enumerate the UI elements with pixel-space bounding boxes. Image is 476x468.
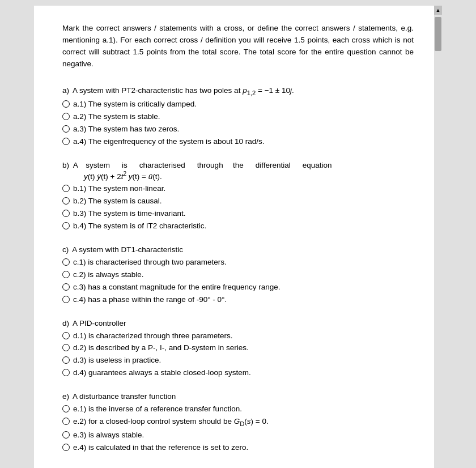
section-c: c) A system with DT1-characteristic c.1)… bbox=[62, 245, 414, 305]
option-circle-e3[interactable] bbox=[62, 431, 70, 439]
option-a4: a.4) The eigenfrequency of the system is… bbox=[62, 137, 414, 147]
option-circle-c1[interactable] bbox=[62, 258, 70, 266]
option-e2: e.2) for a closed-loop control system sh… bbox=[62, 416, 414, 428]
section-b: b) A system is characterised through the… bbox=[62, 161, 414, 232]
option-text-c1: c.1) is characterised through two parame… bbox=[73, 257, 227, 268]
option-text-d3: d.3) is useless in practice. bbox=[73, 355, 161, 366]
section-d-title-text: A PID-controller bbox=[73, 319, 126, 327]
option-e3: e.3) is always stable. bbox=[62, 430, 414, 441]
option-circle-d4[interactable] bbox=[62, 369, 70, 376]
section-c-label: c) bbox=[62, 245, 69, 254]
option-circle-c4[interactable] bbox=[62, 296, 70, 303]
option-text-e3: e.3) is always stable. bbox=[73, 430, 144, 441]
option-text-e1: e.1) is the inverse of a reference trans… bbox=[73, 404, 242, 415]
option-text-e4: e.4) is calculated in that the reference… bbox=[73, 443, 248, 453]
section-c-title-text: A system with DT1-characteristic bbox=[72, 245, 183, 254]
section-e-title: e) A disturbance transfer function bbox=[62, 392, 414, 401]
section-a-label: a) bbox=[62, 86, 69, 95]
section-b-label: b) A bbox=[62, 161, 78, 169]
section-e: e) A disturbance transfer function e.1) … bbox=[62, 392, 414, 453]
section-b-word-the: the bbox=[227, 161, 244, 169]
option-b1: b.1) The system non-linear. bbox=[62, 184, 414, 194]
scrollbar[interactable]: ▲ bbox=[434, 6, 442, 468]
option-circle-b1[interactable] bbox=[62, 185, 70, 192]
option-text-d2: d.2) is described by a P-, I-, and D-sys… bbox=[73, 343, 249, 354]
option-text-b2: b.2) The system is causal. bbox=[73, 196, 162, 207]
scroll-up-arrow[interactable]: ▲ bbox=[434, 6, 442, 15]
section-d: d) A PID-controller d.1) is characterize… bbox=[62, 319, 414, 379]
option-b3: b.3) The system is time-invariant. bbox=[62, 209, 414, 219]
option-circle-c3[interactable] bbox=[62, 283, 70, 291]
option-circle-e1[interactable] bbox=[62, 405, 70, 412]
option-circle-b3[interactable] bbox=[62, 210, 70, 217]
option-text-a4: a.4) The eigenfrequency of the system is… bbox=[73, 137, 264, 147]
option-d1: d.1) is characterized through three para… bbox=[62, 331, 414, 342]
option-circle-b2[interactable] bbox=[62, 197, 70, 205]
option-text-a1: a.1) The system is critically damped. bbox=[73, 99, 197, 110]
page-container: Mark the correct answers / statements wi… bbox=[34, 6, 442, 468]
section-b-word-differential: differential bbox=[247, 161, 291, 169]
option-text-c2: c.2) is always stable. bbox=[73, 270, 144, 280]
option-d3: d.3) is useless in practice. bbox=[62, 355, 414, 366]
option-c4: c.4) has a phase within the range of -90… bbox=[62, 295, 414, 305]
option-circle-a2[interactable] bbox=[62, 113, 70, 120]
section-b-word-is: is bbox=[113, 161, 128, 169]
option-circle-c2[interactable] bbox=[62, 271, 70, 278]
section-e-title-text: A disturbance transfer function bbox=[73, 392, 176, 401]
scroll-thumb[interactable] bbox=[435, 17, 441, 51]
option-text-d4: d.4) guarantees always a stable closed-l… bbox=[73, 368, 251, 378]
option-d2: d.2) is described by a P-, I-, and D-sys… bbox=[62, 343, 414, 354]
option-circle-b4[interactable] bbox=[62, 222, 70, 229]
option-circle-e4[interactable] bbox=[62, 444, 70, 451]
option-circle-d3[interactable] bbox=[62, 356, 70, 364]
option-text-b1: b.1) The system non-linear. bbox=[73, 184, 165, 194]
option-e4: e.4) is calculated in that the reference… bbox=[62, 443, 414, 453]
section-a: a) A system with PT2-characteristic has … bbox=[62, 86, 414, 147]
option-b4: b.4) The system is of IT2 characteristic… bbox=[62, 221, 414, 232]
option-circle-a4[interactable] bbox=[62, 138, 70, 145]
option-a3: a.3) The system has two zeros. bbox=[62, 124, 414, 135]
option-c2: c.2) is always stable. bbox=[62, 270, 414, 280]
instructions-text: Mark the correct answers / statements wi… bbox=[62, 23, 414, 70]
option-circle-d2[interactable] bbox=[62, 344, 70, 351]
option-text-b4: b.4) The system is of IT2 characteristic… bbox=[73, 221, 206, 232]
option-circle-a1[interactable] bbox=[62, 100, 70, 108]
section-d-label: d) bbox=[62, 319, 69, 327]
section-b-word-system: system bbox=[82, 161, 110, 169]
option-a2: a.2) The system is stable. bbox=[62, 112, 414, 122]
section-a-title-text: A system with PT2-characteristic has two… bbox=[73, 86, 294, 96]
option-text-a2: a.2) The system is stable. bbox=[73, 112, 160, 122]
section-b-word-through: through bbox=[189, 161, 223, 169]
option-circle-e2[interactable] bbox=[62, 418, 70, 425]
option-text-a3: a.3) The system has two zeros. bbox=[73, 124, 179, 135]
section-a-title: a) A system with PT2-characteristic has … bbox=[62, 86, 414, 96]
option-e1: e.1) is the inverse of a reference trans… bbox=[62, 404, 414, 415]
option-a1: a.1) The system is critically damped. bbox=[62, 99, 414, 110]
option-b2: b.2) The system is causal. bbox=[62, 196, 414, 207]
option-text-c4: c.4) has a phase within the range of -90… bbox=[73, 295, 227, 305]
option-circle-a3[interactable] bbox=[62, 125, 70, 133]
option-text-b3: b.3) The system is time-invariant. bbox=[73, 209, 186, 219]
option-c3: c.3) has a constant magnitude for the en… bbox=[62, 282, 414, 293]
option-circle-d1[interactable] bbox=[62, 332, 70, 339]
option-text-c3: c.3) has a constant magnitude for the en… bbox=[73, 282, 280, 293]
option-c1: c.1) is characterised through two parame… bbox=[62, 257, 414, 268]
section-b-title: b) A system is characterised through the… bbox=[62, 161, 414, 169]
option-d4: d.4) guarantees always a stable closed-l… bbox=[62, 368, 414, 378]
option-text-d1: d.1) is characterized through three para… bbox=[73, 331, 232, 342]
section-b-word-equation: equation bbox=[294, 161, 332, 169]
section-d-title: d) A PID-controller bbox=[62, 319, 414, 327]
section-c-title: c) A system with DT1-characteristic bbox=[62, 245, 414, 254]
section-b-word-characterised: characterised bbox=[131, 161, 185, 169]
option-text-e2: e.2) for a closed-loop control system sh… bbox=[73, 416, 269, 428]
section-b-equation: y(t) ÿ(t) + 2t2 y(t) = ü(t). bbox=[84, 171, 414, 181]
section-e-label: e) bbox=[62, 392, 69, 401]
